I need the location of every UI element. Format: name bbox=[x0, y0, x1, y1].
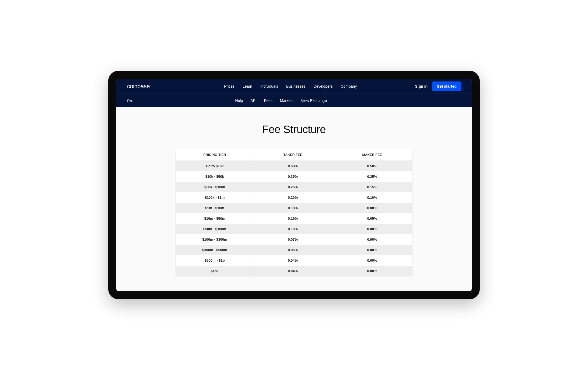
cell-maker-fee: 0.05% bbox=[332, 213, 412, 224]
table-row: $10m - $50m0.15%0.05% bbox=[176, 213, 412, 224]
top-nav-links: Prices Learn Individuals Businesses Deve… bbox=[166, 84, 415, 88]
screen: coinbase Prices Learn Individuals Busine… bbox=[116, 79, 472, 291]
cell-taker-fee: 0.15% bbox=[254, 213, 332, 224]
cell-maker-fee: 0.08% bbox=[332, 203, 412, 213]
main-content: Fee Structure PRICING TIER TAKER FEE MAK… bbox=[116, 107, 472, 291]
cell-taker-fee: 0.50% bbox=[254, 161, 332, 172]
cell-pricing-tier: $50k - $100k bbox=[176, 182, 254, 192]
cell-pricing-tier: $500m - $1b bbox=[176, 255, 254, 266]
table-row: Up to $10k0.50%0.50% bbox=[176, 161, 412, 172]
header-maker-fee: MAKER FEE bbox=[332, 149, 412, 161]
cell-pricing-tier: $10m - $50m bbox=[176, 213, 254, 224]
sign-in-link[interactable]: Sign in bbox=[415, 84, 428, 88]
cell-maker-fee: 0.10% bbox=[332, 192, 412, 203]
cell-maker-fee: 0.00% bbox=[332, 234, 412, 245]
cell-taker-fee: 0.04% bbox=[254, 255, 332, 266]
top-nav-actions: Sign in Get started bbox=[415, 81, 461, 91]
get-started-button[interactable]: Get started bbox=[432, 81, 461, 91]
cell-pricing-tier: Up to $10k bbox=[176, 161, 254, 172]
table-row: $300m - $500m0.05%0.00% bbox=[176, 245, 412, 255]
cell-pricing-tier: $10k - $50k bbox=[176, 171, 254, 182]
cell-taker-fee: 0.35% bbox=[254, 171, 332, 182]
cell-taker-fee: 0.18% bbox=[254, 203, 332, 213]
top-nav: coinbase Prices Learn Individuals Busine… bbox=[116, 79, 472, 94]
table-row: $500m - $1b0.04%0.00% bbox=[176, 255, 412, 266]
nav-individuals[interactable]: Individuals bbox=[260, 84, 278, 88]
cell-maker-fee: 0.50% bbox=[332, 161, 412, 172]
cell-taker-fee: 0.04% bbox=[254, 266, 332, 276]
cell-taker-fee: 0.10% bbox=[254, 224, 332, 234]
sub-nav: Pro Help API Fees Markets View Exchange bbox=[116, 94, 472, 107]
cell-pricing-tier: $1b+ bbox=[176, 266, 254, 276]
subnav-fees[interactable]: Fees bbox=[264, 98, 272, 103]
header-pricing-tier: PRICING TIER bbox=[176, 149, 254, 161]
cell-pricing-tier: $1m - $10m bbox=[176, 203, 254, 213]
cell-taker-fee: 0.25% bbox=[254, 182, 332, 192]
cell-pricing-tier: $100m - $300m bbox=[176, 234, 254, 245]
cell-maker-fee: 0.00% bbox=[332, 245, 412, 255]
cell-maker-fee: 0.35% bbox=[332, 171, 412, 182]
nav-businesses[interactable]: Businesses bbox=[286, 84, 306, 88]
table-row: $10k - $50k0.35%0.35% bbox=[176, 171, 412, 182]
sub-nav-section: Pro bbox=[127, 98, 133, 103]
cell-pricing-tier: $100k - $1m bbox=[176, 192, 254, 203]
subnav-help[interactable]: Help bbox=[235, 98, 243, 103]
cell-maker-fee: 0.00% bbox=[332, 255, 412, 266]
header-taker-fee: TAKER FEE bbox=[254, 149, 332, 161]
nav-prices[interactable]: Prices bbox=[224, 84, 234, 88]
cell-pricing-tier: $50m - $100m bbox=[176, 224, 254, 234]
subnav-view-exchange[interactable]: View Exchange bbox=[301, 98, 327, 103]
fee-table: PRICING TIER TAKER FEE MAKER FEE Up to $… bbox=[176, 149, 412, 276]
cell-maker-fee: 0.00% bbox=[332, 266, 412, 276]
cell-taker-fee: 0.07% bbox=[254, 234, 332, 245]
table-row: $50k - $100k0.25%0.15% bbox=[176, 182, 412, 192]
subnav-markets[interactable]: Markets bbox=[280, 98, 293, 103]
page-title: Fee Structure bbox=[127, 123, 461, 136]
table-row: $50m - $100m0.10%0.00% bbox=[176, 224, 412, 234]
nav-learn[interactable]: Learn bbox=[243, 84, 252, 88]
subnav-api[interactable]: API bbox=[250, 98, 257, 103]
table-row: $1m - $10m0.18%0.08% bbox=[176, 203, 412, 213]
nav-company[interactable]: Company bbox=[341, 84, 357, 88]
table-row: $1b+0.04%0.00% bbox=[176, 266, 412, 276]
cell-taker-fee: 0.05% bbox=[254, 245, 332, 255]
table-row: $100m - $300m0.07%0.00% bbox=[176, 234, 412, 245]
cell-maker-fee: 0.15% bbox=[332, 182, 412, 192]
tablet-frame: coinbase Prices Learn Individuals Busine… bbox=[108, 71, 480, 299]
brand-logo[interactable]: coinbase bbox=[127, 83, 150, 90]
cell-maker-fee: 0.00% bbox=[332, 224, 412, 234]
table-row: $100k - $1m0.20%0.10% bbox=[176, 192, 412, 203]
table-header-row: PRICING TIER TAKER FEE MAKER FEE bbox=[176, 149, 412, 161]
sub-nav-links: Help API Fees Markets View Exchange bbox=[133, 98, 429, 103]
cell-pricing-tier: $300m - $500m bbox=[176, 245, 254, 255]
cell-taker-fee: 0.20% bbox=[254, 192, 332, 203]
nav-developers[interactable]: Developers bbox=[314, 84, 333, 88]
